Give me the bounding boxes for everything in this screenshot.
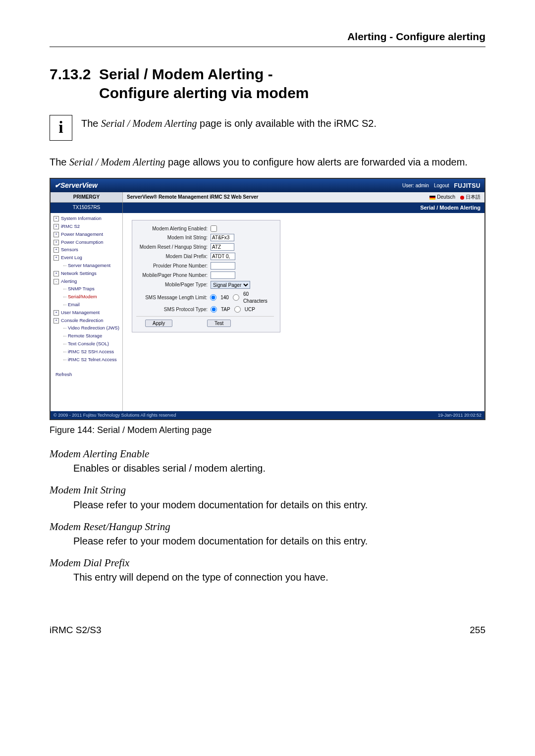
provider-input[interactable] xyxy=(211,262,235,270)
mobile-input[interactable] xyxy=(211,271,235,279)
nav-sensors[interactable]: Sensors xyxy=(53,246,121,254)
nav-email[interactable]: Email xyxy=(53,301,121,309)
nav-network-settings[interactable]: Network Settings xyxy=(53,270,121,277)
def-body-0: Enables or disables serial / modem alert… xyxy=(50,462,485,475)
logout-link[interactable]: Logout xyxy=(434,182,449,189)
nav-text-console[interactable]: Text Console (SOL) xyxy=(53,340,121,348)
brand-logo: ✔ServerView xyxy=(54,181,98,190)
lang-japanese-link[interactable]: 日本語 xyxy=(460,194,481,201)
model-label: TX150S7RS xyxy=(51,203,123,213)
init-input[interactable] xyxy=(211,234,234,241)
nav-serial-modem[interactable]: Serial/Modem xyxy=(53,293,121,301)
nav-ssh-access[interactable]: iRMC S2 SSH Access xyxy=(53,348,121,356)
app-secondbar: PRIMERGY ServerView® Remote Management i… xyxy=(51,192,484,203)
dial-label: Modem Dial Prefix: xyxy=(136,253,211,260)
nav-irmc-s2[interactable]: iRMC S2 xyxy=(53,222,121,230)
init-label: Modem Init String: xyxy=(136,234,211,241)
nav-power-management[interactable]: Power Management xyxy=(53,230,121,238)
company-logo: FUJITSU xyxy=(454,182,481,190)
sms-proto-ucp-text: UCP xyxy=(245,306,255,313)
info-text: The Serial / Modem Alerting page is only… xyxy=(81,115,376,130)
lang-german-link[interactable]: Deutsch xyxy=(429,194,455,201)
app-window: ✔ServerView User: admin Logout FUJITSU P… xyxy=(50,178,485,420)
user-label: User: admin xyxy=(402,182,429,189)
modem-alerting-form: Modem Alerting Enabled: Modem Init Strin… xyxy=(132,220,280,332)
sms-len-label: SMS Message Length Limit: xyxy=(136,294,210,301)
content-pane: Modem Alerting Enabled: Modem Init Strin… xyxy=(123,213,484,411)
test-button[interactable]: Test xyxy=(207,320,231,327)
footer-copyright: © 2009 - 2011 Fujitsu Technology Solutio… xyxy=(54,412,176,418)
app-footer: © 2009 - 2011 Fujitsu Technology Solutio… xyxy=(51,411,484,419)
section-title-1: Serial / Modem Alerting - xyxy=(99,66,273,82)
intro-paragraph: The Serial / Modem Alerting page allows … xyxy=(50,156,485,169)
pager-type-select[interactable]: Signal Pager xyxy=(211,281,250,289)
def-body-2: Please refer to your modem documentation… xyxy=(50,535,485,548)
sms-len-140-text: 140 xyxy=(220,294,229,301)
nav-snmp-traps[interactable]: SNMP Traps xyxy=(53,285,121,293)
provider-label: Provider Phone Number: xyxy=(136,263,211,270)
pager-type-label: Mobile/Pager Type: xyxy=(136,281,211,288)
apply-button[interactable]: Apply xyxy=(145,320,172,327)
reset-label: Modem Reset / Hangup String: xyxy=(136,244,211,251)
info-icon: i xyxy=(50,115,72,141)
def-body-1: Please refer to your modem documentation… xyxy=(50,498,485,512)
reset-input[interactable] xyxy=(211,243,234,251)
section-number: 7.13.2 xyxy=(50,66,91,82)
sms-proto-ucp-radio[interactable] xyxy=(234,306,241,313)
dial-input[interactable] xyxy=(211,253,235,260)
def-body-3: This entry will depend on the type of co… xyxy=(50,571,485,584)
def-term-3: Modem Dial Prefix xyxy=(50,556,485,570)
page-title: Serial / Modem Alerting xyxy=(123,203,484,213)
section-heading: 7.13.2 Serial / Modem Alerting - 7.13.2 … xyxy=(50,65,485,102)
nav-power-consumption[interactable]: Power Consumption xyxy=(53,238,121,246)
section-title-2: Configure alerting via modem xyxy=(99,85,309,101)
nav-remote-storage[interactable]: Remote Storage xyxy=(53,332,121,340)
nav-console-redirection[interactable]: Console Redirection xyxy=(53,317,121,324)
mobile-label: Mobile/Pager Phone Number: xyxy=(136,272,211,279)
primergy-label: PRIMERGY xyxy=(51,192,123,202)
nav-server-management[interactable]: Server Management xyxy=(53,262,121,270)
page-footer: iRMC S2/S3 255 xyxy=(50,624,485,637)
def-term-0: Modem Alerting Enable xyxy=(50,447,485,461)
nav-event-log[interactable]: Event Log xyxy=(53,254,121,262)
enabled-checkbox[interactable] xyxy=(211,225,217,232)
sms-proto-tap-text: TAP xyxy=(221,306,230,313)
sms-len-60-radio[interactable] xyxy=(233,294,239,301)
page-breadcrumb: Alerting - Configure alerting xyxy=(50,30,485,47)
definition-list: Modem Alerting Enable Enables or disable… xyxy=(50,447,485,584)
sms-proto-tap-radio[interactable] xyxy=(211,306,217,313)
footer-timestamp: 19-Jan-2011 20:02:52 xyxy=(438,412,482,418)
figure-caption: Figure 144: Serial / Modem Alerting page xyxy=(50,424,485,436)
sms-len-140-radio[interactable] xyxy=(210,294,216,301)
nav-video-redirection[interactable]: Video Redirection (JWS) xyxy=(53,324,121,332)
enabled-label: Modem Alerting Enabled: xyxy=(136,225,211,232)
app-topbar: ✔ServerView User: admin Logout FUJITSU xyxy=(51,179,484,192)
nav-telnet-access[interactable]: iRMC S2 Telnet Access xyxy=(53,356,121,364)
def-term-2: Modem Reset/Hangup String xyxy=(50,520,485,534)
nav-alerting[interactable]: Alerting xyxy=(53,277,121,285)
app-thirdbar: TX150S7RS Serial / Modem Alerting xyxy=(51,203,484,213)
footer-page-number: 255 xyxy=(470,624,485,637)
app-subtitle: ServerView® Remote Management iRMC S2 We… xyxy=(123,192,426,202)
info-box: i The Serial / Modem Alerting page is on… xyxy=(50,115,485,141)
nav-tree: System Information iRMC S2 Power Managem… xyxy=(51,213,123,411)
def-term-1: Modem Init String xyxy=(50,483,485,497)
sms-len-60-text: 60 Characters xyxy=(243,291,274,304)
nav-system-information[interactable]: System Information xyxy=(53,215,121,223)
footer-product: iRMC S2/S3 xyxy=(50,624,102,637)
nav-refresh[interactable]: Refresh xyxy=(53,371,121,378)
sms-proto-label: SMS Protocol Type: xyxy=(136,306,211,313)
nav-user-management[interactable]: User Management xyxy=(53,309,121,317)
